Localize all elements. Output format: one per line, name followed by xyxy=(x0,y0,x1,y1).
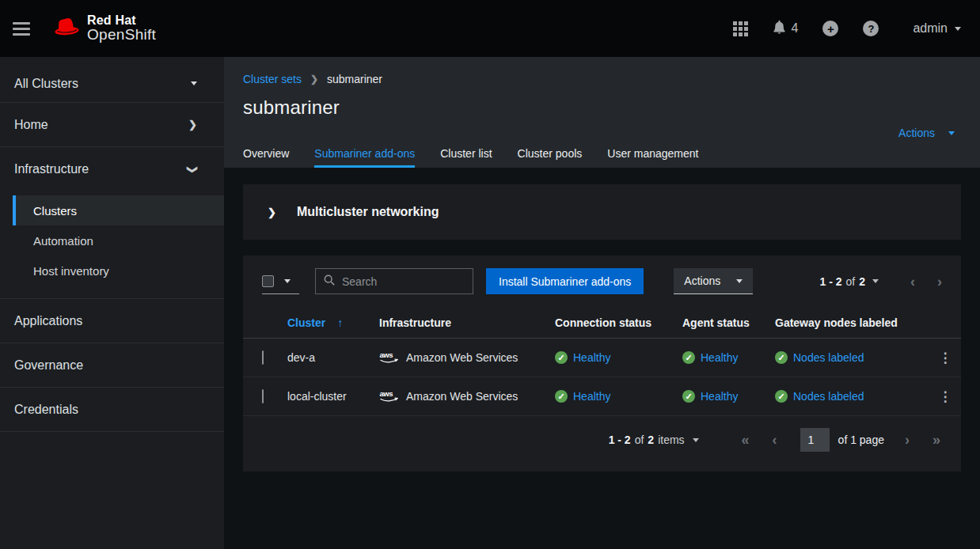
last-page-button[interactable]: » xyxy=(933,433,940,447)
row-kebab-menu[interactable]: ⋮ xyxy=(929,377,961,416)
help-button[interactable]: ? xyxy=(863,21,879,36)
cluster-name: local-cluster xyxy=(281,377,373,416)
aws-icon: aws xyxy=(379,388,400,405)
row-checkbox[interactable] xyxy=(262,350,264,365)
bulk-select-dropdown[interactable] xyxy=(262,268,299,294)
plus-circle-icon: + xyxy=(822,21,838,36)
prev-page-button[interactable]: ‹ xyxy=(910,274,915,289)
sidebar-item-label: Automation xyxy=(33,234,93,248)
breadcrumb-current: submariner xyxy=(327,73,382,85)
toolbar-actions-label: Actions xyxy=(684,274,720,287)
app-launcher-button[interactable] xyxy=(733,21,748,36)
connection-status-link[interactable]: Healthy xyxy=(573,390,610,403)
pagination-range: 1 - 2 xyxy=(609,434,631,446)
pagination-total: 2 xyxy=(859,275,865,288)
cluster-selector-dropdown[interactable]: All Clusters xyxy=(0,65,224,103)
chevron-down-icon xyxy=(955,27,961,31)
user-menu[interactable]: admin xyxy=(913,21,961,36)
gateway-nodes-link[interactable]: Nodes labeled xyxy=(793,390,864,403)
sidebar-item-governance[interactable]: Governance xyxy=(0,343,224,388)
create-button[interactable]: + xyxy=(822,21,838,36)
bell-icon xyxy=(773,20,786,37)
search-input[interactable] xyxy=(342,275,465,288)
breadcrumb-link-cluster-sets[interactable]: Cluster sets xyxy=(243,73,302,85)
tab-label: Submariner add-ons xyxy=(314,147,415,160)
success-check-icon: ✓ xyxy=(555,351,568,364)
product-name: OpenShift xyxy=(87,27,156,43)
page-number-input[interactable] xyxy=(800,428,830,452)
brand-name: Red Hat xyxy=(87,14,156,28)
first-page-button[interactable]: « xyxy=(742,433,750,447)
aws-icon: aws xyxy=(379,350,400,366)
notification-count: 4 xyxy=(792,21,799,36)
masthead: Red Hat OpenShift 4 + ? admin xyxy=(0,0,980,57)
svg-text:aws: aws xyxy=(380,388,393,397)
nav-toggle-hamburger-icon[interactable] xyxy=(13,17,35,40)
caret-down-icon xyxy=(736,279,743,283)
sidebar-item-label: Credentials xyxy=(14,403,78,417)
connection-status-link[interactable]: Healthy xyxy=(573,351,610,364)
tab-overview[interactable]: Overview xyxy=(243,138,302,168)
bulk-select-checkbox[interactable] xyxy=(262,275,274,287)
pagination-total: 2 xyxy=(648,434,654,446)
tab-user-management[interactable]: User management xyxy=(594,138,711,168)
caret-down-icon xyxy=(948,131,955,135)
row-kebab-menu[interactable]: ⋮ xyxy=(929,339,961,377)
agent-status-link[interactable]: Healthy xyxy=(701,390,738,403)
tab-label: Cluster list xyxy=(440,147,492,160)
column-header-gateway-nodes: Gateway nodes labeled xyxy=(769,307,929,339)
install-submariner-button[interactable]: Install Submariner add-ons xyxy=(486,268,644,294)
multicluster-networking-expandable[interactable]: ❯ Multicluster networking xyxy=(243,184,961,240)
chevron-down-icon: ❯ xyxy=(187,165,199,174)
table-header-row: Cluster↑ Infrastructure Connection statu… xyxy=(243,307,961,339)
top-pagination: 1 - 2 of 2 ‹ › xyxy=(820,274,943,289)
column-label: Cluster xyxy=(287,316,325,329)
tab-cluster-list[interactable]: Cluster list xyxy=(427,138,504,168)
page-header: Cluster sets ❯ submariner submariner Act… xyxy=(224,57,980,168)
page-actions-dropdown[interactable]: Actions xyxy=(898,127,955,139)
row-checkbox[interactable] xyxy=(262,389,264,403)
tab-cluster-pools[interactable]: Cluster pools xyxy=(505,138,595,168)
success-check-icon: ✓ xyxy=(682,390,695,403)
pagination-items-label: items xyxy=(658,434,684,446)
page-title: submariner xyxy=(243,97,961,119)
column-header-cluster[interactable]: Cluster↑ xyxy=(281,307,373,339)
table-row: local-cluster aws xyxy=(243,377,961,416)
infrastructure-subnav: Clusters Automation Host inventory xyxy=(0,191,224,299)
gateway-nodes-link[interactable]: Nodes labeled xyxy=(793,351,864,364)
pagination-range: 1 - 2 xyxy=(820,275,842,288)
next-page-button[interactable]: › xyxy=(905,433,910,447)
sidebar-item-host-inventory[interactable]: Host inventory xyxy=(13,256,224,286)
sidebar-item-clusters[interactable]: Clusters xyxy=(13,195,224,225)
brand-logo[interactable]: Red Hat OpenShift xyxy=(54,14,156,44)
success-check-icon: ✓ xyxy=(775,351,788,364)
tab-label: User management xyxy=(607,147,698,160)
toolbar-actions-dropdown[interactable]: Actions xyxy=(674,268,753,294)
column-header-agent-status: Agent status xyxy=(676,307,769,339)
table-toolbar: Install Submariner add-ons Actions 1 - 2… xyxy=(243,256,961,307)
pagination-menu-caret-icon[interactable] xyxy=(693,438,699,442)
sidebar-nav: All Clusters Home ❯ Infrastructure ❯ Clu… xyxy=(0,57,224,549)
sidebar-item-automation[interactable]: Automation xyxy=(13,225,224,256)
redhat-fedora-icon xyxy=(54,17,80,40)
tab-submariner-add-ons[interactable]: Submariner add-ons xyxy=(302,138,427,168)
tabs: Overview Submariner add-ons Cluster list… xyxy=(243,138,961,168)
agent-status-link[interactable]: Healthy xyxy=(701,351,738,364)
success-check-icon: ✓ xyxy=(555,390,568,403)
sidebar-item-label: Governance xyxy=(14,358,83,373)
next-page-button[interactable]: › xyxy=(937,274,942,289)
success-check-icon: ✓ xyxy=(682,351,695,364)
notifications-button[interactable]: 4 xyxy=(773,20,799,37)
chevron-right-icon: ❯ xyxy=(268,206,276,218)
cluster-name: dev-a xyxy=(281,339,373,377)
prev-page-button[interactable]: ‹ xyxy=(773,433,777,447)
provider-name: Amazon Web Services xyxy=(406,351,518,364)
pagination-menu-caret-icon[interactable] xyxy=(872,279,879,283)
column-header-connection-status: Connection status xyxy=(549,307,676,339)
sidebar-item-credentials[interactable]: Credentials xyxy=(0,388,224,432)
sidebar-item-label: Applications xyxy=(14,314,82,328)
sidebar-item-label: Clusters xyxy=(33,204,77,218)
sidebar-item-applications[interactable]: Applications xyxy=(0,299,224,343)
sidebar-item-infrastructure[interactable]: Infrastructure ❯ xyxy=(0,147,224,191)
sidebar-item-home[interactable]: Home ❯ xyxy=(0,103,224,147)
